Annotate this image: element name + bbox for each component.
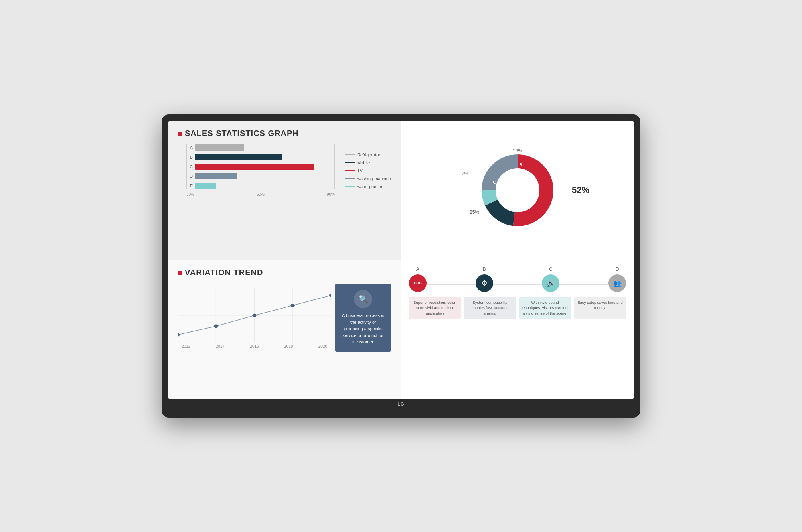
bar-chart-area: A B C D E 30% 60% 90% bbox=[178, 144, 391, 197]
donut-seg-a: A bbox=[533, 190, 537, 195]
chart-legend: Refrigerator Mobile TV washing machine w… bbox=[341, 144, 391, 197]
bar-row: D bbox=[186, 173, 335, 179]
feature-col-a: A UHD bbox=[409, 266, 427, 292]
donut-seg-b: B bbox=[519, 162, 522, 167]
donut-label-left-bottom: 25% bbox=[470, 209, 479, 215]
legend-item: washing machine bbox=[345, 176, 391, 181]
donut-chart-quadrant: 16% 7% 25% 52% B C A D bbox=[401, 121, 634, 260]
donut-segment bbox=[485, 199, 515, 226]
line-chart-svg bbox=[178, 288, 331, 343]
donut-seg-c: C bbox=[493, 180, 496, 185]
sales-statistics-quadrant: SALES STATISTICS GRAPH A B bbox=[168, 121, 401, 260]
business-process-box: 🔍 A business process is the activity of … bbox=[335, 284, 391, 352]
donut-label-top: 16% bbox=[513, 148, 522, 154]
trend-chart-area: 2012 2014 2016 2018 2020 bbox=[178, 284, 331, 349]
feature-col-b: B ⚙ bbox=[476, 266, 493, 292]
feature-desc-b: System compatibility enables fast, accur… bbox=[464, 297, 516, 319]
title-accent bbox=[178, 132, 182, 136]
svg-point-14 bbox=[329, 294, 331, 297]
trend-accent bbox=[178, 271, 182, 275]
svg-point-10 bbox=[178, 333, 180, 337]
sales-title: SALES STATISTICS GRAPH bbox=[178, 129, 391, 138]
feature-desc-d: Easy setup saves time and money. bbox=[574, 297, 626, 319]
donut-svg bbox=[474, 146, 561, 234]
legend-item: TV bbox=[345, 168, 391, 173]
tv-screen: SALES STATISTICS GRAPH A B bbox=[168, 121, 634, 399]
search-icon: 🔍 bbox=[354, 290, 372, 308]
svg-point-12 bbox=[252, 314, 256, 317]
feature-desc-a: Superior resolution, color, more vivid a… bbox=[409, 297, 461, 319]
trend-title: VARIATION TREND bbox=[178, 268, 391, 277]
svg-point-11 bbox=[214, 325, 218, 328]
donut-label-left-top: 7% bbox=[462, 171, 468, 177]
feature-desc-row: Superior resolution, color, more vivid a… bbox=[409, 297, 626, 319]
business-process-text: A business process is the activity of pr… bbox=[341, 312, 385, 345]
feature-icons-row: A UHD B ⚙ C bbox=[409, 266, 626, 292]
bottom-left-inner: 2012 2014 2016 2018 2020 🔍 A business pr… bbox=[178, 284, 391, 352]
feature-col-c: C 🔊 bbox=[542, 266, 559, 292]
donut-label-right: 52% bbox=[572, 185, 589, 195]
feature-icon-b: ⚙ bbox=[476, 274, 493, 292]
legend-color bbox=[345, 162, 355, 163]
bar-rows: A B C D E bbox=[178, 144, 335, 189]
bar-row: C bbox=[186, 164, 335, 170]
donut-seg-d: D bbox=[516, 208, 519, 213]
variation-trend-quadrant: VARIATION TREND bbox=[168, 260, 401, 399]
bar-row: E bbox=[186, 183, 335, 189]
legend-item: Mobile bbox=[345, 160, 391, 165]
line-axis-labels: 2012 2014 2016 2018 2020 bbox=[178, 344, 331, 349]
legend-item: Refrigerator bbox=[345, 152, 391, 157]
legend-color bbox=[345, 186, 355, 187]
legend-color bbox=[345, 154, 355, 155]
donut-chart: 16% 7% 25% 52% B C A D bbox=[474, 146, 561, 234]
features-quadrant: A UHD B ⚙ C bbox=[401, 260, 634, 399]
legend-color bbox=[345, 178, 355, 179]
tv-monitor: SALES STATISTICS GRAPH A B bbox=[162, 114, 640, 418]
bar-row: B bbox=[186, 154, 335, 160]
feature-desc-c: With vivid sound techniques, visitors ca… bbox=[519, 297, 571, 319]
donut-segment bbox=[482, 154, 518, 190]
feature-col-d: D 👥 bbox=[608, 266, 626, 292]
bar-row: A bbox=[186, 144, 335, 151]
feature-icon-c: 🔊 bbox=[542, 274, 559, 292]
legend-item: water purifier bbox=[345, 184, 391, 189]
feature-icon-a: UHD bbox=[409, 274, 427, 292]
bar-axis: 30% 60% 90% bbox=[178, 192, 335, 197]
line-chart bbox=[178, 288, 331, 343]
feature-icon-d: 👥 bbox=[608, 274, 626, 292]
svg-point-13 bbox=[291, 304, 295, 307]
tv-logo: LG bbox=[397, 402, 404, 406]
legend-color bbox=[345, 170, 355, 171]
